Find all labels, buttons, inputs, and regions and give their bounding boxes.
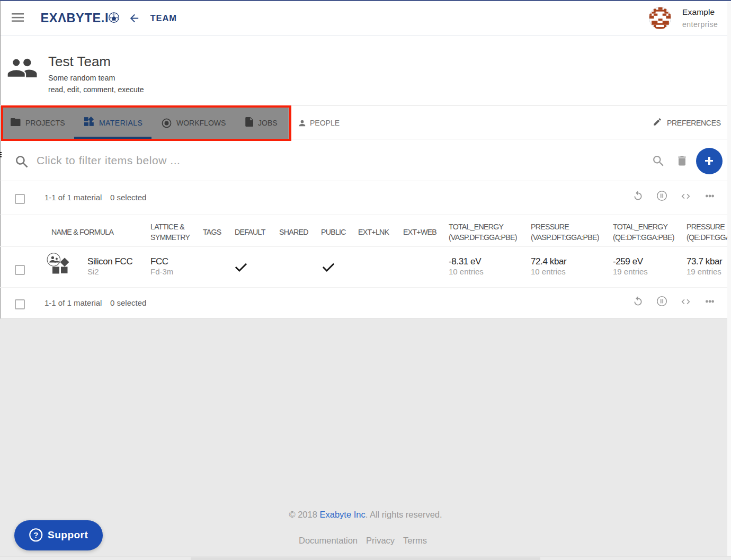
svg-text:?: ?: [33, 530, 38, 539]
